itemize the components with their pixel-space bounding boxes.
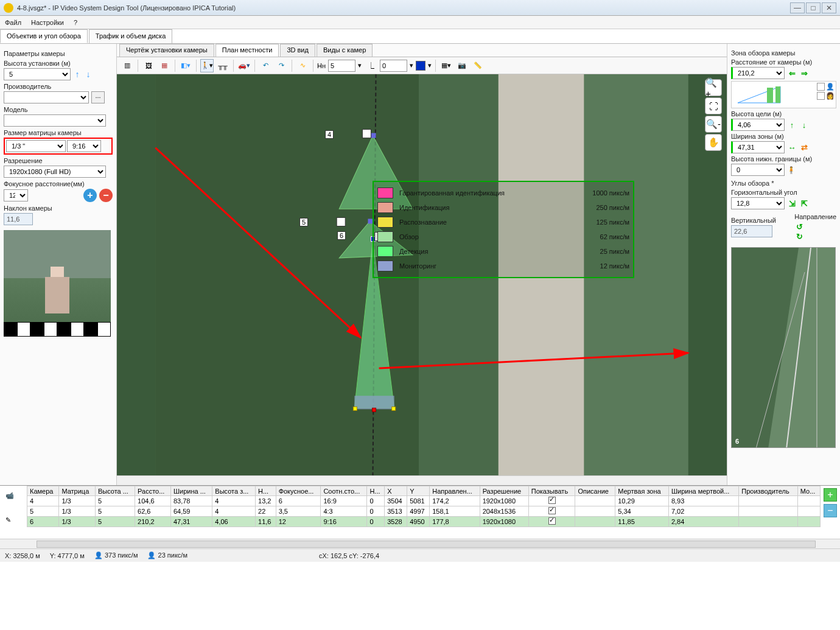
table-header[interactable]: Показывать (528, 486, 575, 496)
camera-icon[interactable]: 📷 (455, 59, 469, 72)
angle-out-icon[interactable]: ⇱ (799, 198, 809, 208)
target-b-check[interactable] (817, 92, 825, 100)
angle-in-icon[interactable]: ⇲ (787, 198, 797, 208)
rotate-ccw-icon[interactable]: ↺ (794, 222, 804, 231)
table-row[interactable]: 41/35104,683,78413,2616:9035045081174,21… (27, 496, 821, 506)
layers-icon[interactable]: ▥ (121, 59, 134, 72)
matrix-size-select[interactable]: 1/3 " (6, 140, 66, 152)
table-header[interactable]: Н... (256, 486, 276, 496)
man-icon: 👤 (826, 83, 835, 91)
height-select[interactable]: 5 (4, 68, 71, 80)
grid-icon[interactable]: ▦▾ (439, 59, 453, 72)
measure-icon[interactable]: 📏 (471, 59, 485, 72)
width-out-icon[interactable]: ⇄ (799, 142, 809, 152)
svg-rect-6 (371, 133, 376, 138)
table-header[interactable]: X (385, 486, 407, 496)
table-row[interactable]: 51/3562,664,594223,54:3035134997158,1204… (27, 506, 821, 517)
person-icon[interactable]: 🚶▾ (200, 59, 214, 72)
width-in-icon[interactable]: ↔ (787, 142, 797, 152)
rotate-cw-icon[interactable]: ↻ (794, 231, 804, 241)
table-header[interactable]: Y (407, 486, 430, 496)
pan-button[interactable]: ✋ (705, 134, 722, 151)
table-header[interactable]: Направлен... (430, 486, 480, 496)
dist-select[interactable]: 210,2 (731, 67, 785, 79)
h-angle-select[interactable]: 12,8 (731, 197, 785, 209)
canvas-scrollbar[interactable] (117, 475, 727, 485)
tab-camera-views[interactable]: Виды с камер (317, 44, 373, 57)
resolution-select[interactable]: 1920x1080 (Full HD) (4, 166, 106, 178)
show-checkbox[interactable] (548, 507, 556, 514)
arrow-down-icon[interactable]: ↓ (799, 120, 809, 130)
table-header[interactable]: Ширина мертвой... (668, 486, 738, 496)
manufacturer-select[interactable] (4, 91, 89, 103)
height-label: Высота установки (м) (4, 60, 113, 67)
minimize-button[interactable]: — (790, 2, 805, 13)
curve-icon[interactable]: ∿ (296, 59, 309, 72)
wall-icon[interactable]: ▦ (158, 59, 171, 72)
table-header[interactable]: Производитель (739, 486, 797, 496)
table-header[interactable]: Рассто... (135, 486, 171, 496)
tab-lens[interactable]: Объектив и угол обзора (0, 29, 88, 43)
image-icon[interactable]: 🖼 (142, 59, 155, 72)
table-header[interactable]: Разрешение (480, 486, 528, 496)
fence-icon[interactable]: ╥╥ (216, 59, 229, 72)
zoom-in-button[interactable]: 🔍+ (705, 79, 722, 96)
maximize-button[interactable]: □ (806, 2, 821, 13)
align-icon[interactable]: ⎿ (364, 59, 377, 72)
menu-file[interactable]: Файл (5, 19, 21, 26)
manufacturer-browse-button[interactable]: ... (91, 91, 105, 103)
matrix-aspect-select[interactable]: 9:16 (67, 140, 101, 152)
tab-traffic[interactable]: Трафик и объем диска (89, 29, 173, 43)
table-header[interactable]: Высота ... (95, 486, 135, 496)
focal-plus-button[interactable]: + (83, 189, 97, 202)
table-header[interactable]: Ширина ... (170, 486, 212, 496)
table-row[interactable]: 61/35210,247,314,0611,6129:1603528495017… (27, 517, 821, 527)
arrow-right-icon[interactable]: ⇒ (799, 68, 809, 78)
table-header[interactable]: Мо... (797, 486, 820, 496)
table-header[interactable]: Матрица (59, 486, 96, 496)
car-icon[interactable]: 🚗▾ (237, 59, 251, 72)
table-header[interactable]: Соотн.сто... (321, 486, 367, 496)
arrow-up-icon[interactable]: ↑ (73, 68, 82, 80)
arrow-left-icon[interactable]: ⇐ (787, 68, 797, 78)
table-header[interactable]: Описание (575, 486, 615, 496)
undo-icon[interactable]: ↶ (259, 59, 272, 72)
table-header[interactable]: Высота з... (212, 486, 256, 496)
zoom-out-button[interactable]: 🔍- (705, 116, 722, 133)
h-input[interactable] (328, 60, 355, 72)
target-h-select[interactable]: 4,06 (731, 119, 785, 131)
focal-minus-button[interactable]: − (99, 189, 113, 202)
table-header[interactable]: Н... (367, 486, 385, 496)
model-select[interactable] (4, 114, 106, 127)
show-checkbox[interactable] (548, 497, 556, 504)
menu-bar: Файл Настройки ? (0, 16, 840, 29)
camera-list-icon[interactable]: 📹 (5, 492, 21, 505)
show-checkbox[interactable] (548, 517, 556, 525)
lower-h-select[interactable]: 0 (731, 164, 785, 176)
close-button[interactable]: ✕ (822, 2, 836, 13)
add-row-button[interactable]: + (824, 488, 837, 502)
table-header[interactable]: Фокусное... (276, 486, 321, 496)
tab-3d[interactable]: 3D вид (280, 44, 315, 57)
tab-plan[interactable]: План местности (215, 44, 279, 57)
window-title: 4-8.jvsgz* - IP Video System Design Tool… (17, 4, 790, 12)
cube-icon[interactable]: ◧▾ (179, 59, 192, 72)
tab-drawing[interactable]: Чертёж установки камеры (119, 44, 214, 57)
remove-row-button[interactable]: − (824, 504, 837, 517)
pencil-icon[interactable]: ✎ (5, 516, 21, 530)
zoom-fit-button[interactable]: ⛶ (705, 97, 722, 114)
arrow-up-icon[interactable]: ↑ (787, 120, 797, 130)
arrow-down-icon[interactable]: ↓ (84, 68, 93, 80)
table-header[interactable]: Мертвая зона (615, 486, 669, 496)
bottom-scrollbar[interactable] (0, 539, 840, 548)
l-input[interactable] (380, 60, 407, 72)
redo-icon[interactable]: ↷ (275, 59, 288, 72)
menu-settings[interactable]: Настройки (31, 19, 64, 26)
menu-help[interactable]: ? (74, 19, 77, 26)
focal-select[interactable]: 12 (4, 189, 28, 201)
target-a-check[interactable] (817, 83, 825, 91)
zone-w-select[interactable]: 47,31 (731, 141, 785, 153)
map-canvas[interactable]: 4 5 6 🔍+ ⛶ 🔍- ✋ Гарантированная идентифи… (117, 74, 727, 475)
table-header[interactable]: Камера (27, 486, 59, 496)
color-swatch[interactable] (416, 61, 425, 71)
